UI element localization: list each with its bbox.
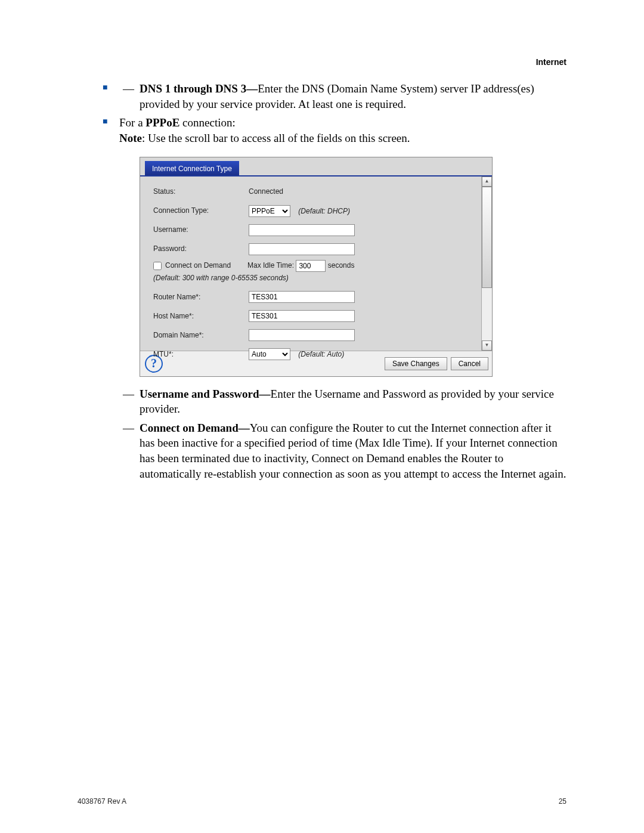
router-name-label: Router Name*: xyxy=(153,292,249,302)
form-area: Status: Connected Connection Type: PPPoE xyxy=(140,176,492,351)
footer-doc-id: 4038767 Rev A xyxy=(78,797,126,806)
list-item-top-hidden: DNS 1 through DNS 3—Enter the DNS (Domai… xyxy=(119,81,566,112)
router-screenshot: Internet Connection Type Status: Connect… xyxy=(140,157,566,377)
domain-name-input[interactable] xyxy=(249,329,355,341)
page: Internet DNS 1 through DNS 3—Enter the D… xyxy=(0,0,644,833)
mtu-label: MTU*: xyxy=(153,349,249,359)
footer-page-number: 25 xyxy=(559,797,566,806)
password-label: Password: xyxy=(153,244,249,253)
tab-internet-connection-type[interactable]: Internet Connection Type xyxy=(145,161,239,176)
connect-on-demand-label: Connect on Demand xyxy=(165,261,247,270)
status-value: Connected xyxy=(249,187,475,196)
scrollbar-thumb[interactable] xyxy=(482,187,492,288)
mtu-select[interactable]: Auto xyxy=(249,348,290,360)
up-bold: Username and Password— xyxy=(140,388,271,400)
section-header: Internet xyxy=(536,57,566,67)
username-label: Username: xyxy=(153,225,249,234)
note-text: : Use the scroll bar to access all of th… xyxy=(142,132,410,144)
scrollbar-down-icon[interactable]: ▼ xyxy=(482,340,492,351)
tab-row: Internet Connection Type xyxy=(140,157,492,176)
list-item-username-password: Username and Password—Enter the Username… xyxy=(140,386,566,417)
status-label: Status: xyxy=(153,187,249,196)
list-item-dns: DNS 1 through DNS 3—Enter the DNS (Domai… xyxy=(140,81,566,112)
scrollbar-up-icon[interactable]: ▲ xyxy=(482,176,492,187)
router-ui: Internet Connection Type Status: Connect… xyxy=(140,157,493,377)
connection-type-label: Connection Type: xyxy=(153,206,249,215)
pppoe-intro-bold: PPPoE xyxy=(145,116,179,129)
form-scroll: Status: Connected Connection Type: PPPoE xyxy=(140,176,481,351)
host-name-label: Host Name*: xyxy=(153,311,249,321)
default-idle-hint: (Default: 300 with range 0-65535 seconds… xyxy=(153,273,475,283)
host-name-input[interactable] xyxy=(249,310,355,322)
scrollbar[interactable]: ▲ ▼ xyxy=(481,176,492,351)
password-input[interactable] xyxy=(249,243,355,255)
connection-type-hint: (Default: DHCP) xyxy=(298,207,350,215)
connect-on-demand-checkbox[interactable] xyxy=(153,262,162,270)
cod-bold: Connect on Demand— xyxy=(140,422,250,434)
pppoe-intro-b: connection: xyxy=(179,116,235,129)
list-item-pppoe: For a PPPoE connection: Note: Use the sc… xyxy=(119,115,566,481)
domain-name-label: Domain Name*: xyxy=(153,330,249,340)
connect-on-demand-row: Connect on Demand Max Idle Time: seconds xyxy=(153,260,475,272)
body-text: DNS 1 through DNS 3—Enter the DNS (Domai… xyxy=(78,81,566,481)
note-bold: Note xyxy=(119,132,142,144)
pppoe-intro-a: For a xyxy=(119,116,145,129)
max-idle-label: Max Idle Time: xyxy=(247,261,294,270)
dns-bold: DNS 1 through DNS 3— xyxy=(140,82,258,95)
router-name-input[interactable] xyxy=(249,291,355,303)
list-item-connect-on-demand: Connect on Demand—You can configure the … xyxy=(140,420,566,482)
seconds-label: seconds xyxy=(328,261,355,270)
page-footer: 4038767 Rev A 25 xyxy=(78,797,566,806)
mtu-hint: (Default: Auto) xyxy=(298,350,344,358)
max-idle-input[interactable] xyxy=(296,260,326,272)
connection-type-select[interactable]: PPPoE xyxy=(249,205,290,217)
username-input[interactable] xyxy=(249,224,355,236)
